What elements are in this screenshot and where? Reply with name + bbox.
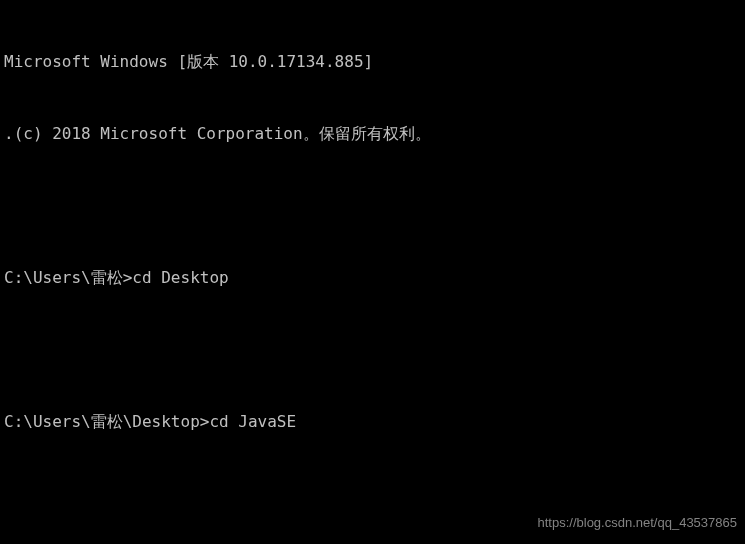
copyright-line: .(c) 2018 Microsoft Corporation。保留所有权利。 bbox=[4, 122, 741, 146]
command-text: cd JavaSE bbox=[209, 412, 296, 431]
command-line: C:\Users\雷松\Desktop>cd JavaSE bbox=[4, 410, 741, 434]
command-line: C:\Users\雷松>cd Desktop bbox=[4, 266, 741, 290]
prompt: C:\Users\雷松> bbox=[4, 268, 132, 287]
blank-line bbox=[4, 338, 741, 362]
prompt: C:\Users\雷松\Desktop> bbox=[4, 412, 209, 431]
version-line: Microsoft Windows [版本 10.0.17134.885] bbox=[4, 50, 741, 74]
terminal-output[interactable]: Microsoft Windows [版本 10.0.17134.885] .(… bbox=[4, 2, 741, 544]
blank-line bbox=[4, 482, 741, 506]
blank-line bbox=[4, 194, 741, 218]
command-text: cd Desktop bbox=[132, 268, 228, 287]
watermark-text: https://blog.csdn.net/qq_43537865 bbox=[538, 513, 738, 533]
